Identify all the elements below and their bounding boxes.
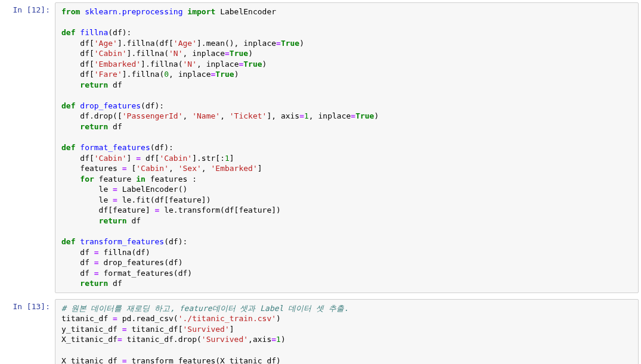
code-cell-12: In [12]: from sklearn.preprocessing impo… [2,2,639,293]
input-prompt-13: In [13]: [2,299,55,364]
code-block: # 원본 데이터를 재로딩 하고, feature데이터 셋과 Label 데이… [61,303,632,364]
code-input-12[interactable]: from sklearn.preprocessing import LabelE… [55,2,639,293]
code-cell-13: In [13]: # 원본 데이터를 재로딩 하고, feature데이터 셋과… [2,299,639,364]
code-block: from sklearn.preprocessing import LabelE… [61,7,632,289]
input-prompt-12: In [12]: [2,2,55,293]
code-input-13[interactable]: # 원본 데이터를 재로딩 하고, feature데이터 셋과 Label 데이… [55,299,639,364]
